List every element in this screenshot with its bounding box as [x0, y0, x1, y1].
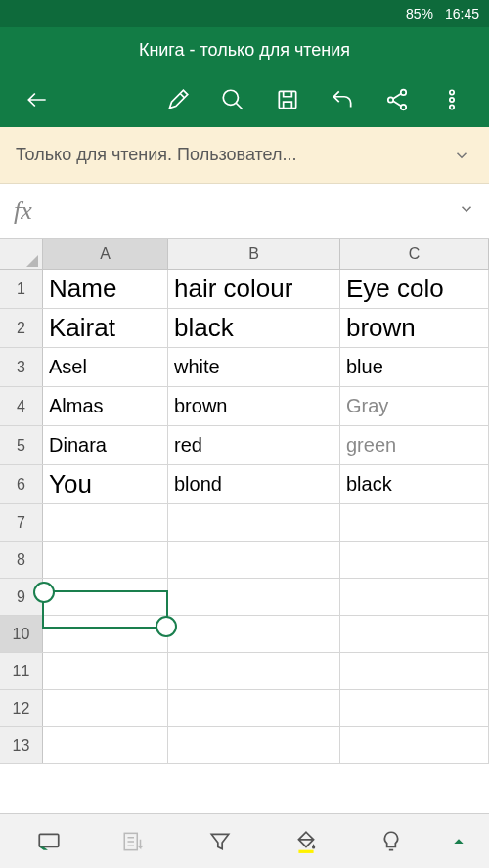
cell[interactable] — [340, 504, 489, 541]
cell[interactable] — [340, 727, 489, 763]
cell[interactable] — [43, 504, 168, 541]
edit-button[interactable] — [155, 76, 201, 123]
cell[interactable] — [168, 542, 340, 578]
cell[interactable] — [43, 690, 168, 726]
formula-bar[interactable]: fx — [0, 184, 489, 239]
table-row: 7 — [0, 504, 489, 542]
cell[interactable] — [340, 653, 489, 689]
row-header[interactable]: 2 — [0, 309, 43, 347]
spreadsheet[interactable]: A B C 1Namehair colourEye colo2Kairatbla… — [0, 239, 489, 764]
row-header[interactable]: 10 — [0, 616, 43, 652]
table-row: 4AlmasbrownGray — [0, 387, 489, 426]
cell[interactable]: Almas — [43, 387, 168, 425]
formula-expand-icon[interactable] — [458, 200, 475, 222]
col-header-b[interactable]: B — [168, 239, 340, 269]
cell[interactable] — [340, 579, 489, 615]
cell[interactable]: green — [340, 426, 489, 464]
share-button[interactable] — [374, 76, 421, 123]
cell[interactable] — [168, 727, 340, 763]
table-row: 8 — [0, 542, 489, 579]
cell[interactable]: hair colour — [168, 270, 340, 308]
cell[interactable]: Gray — [340, 387, 489, 425]
cell[interactable]: blond — [168, 465, 340, 503]
fill-color-button[interactable] — [263, 818, 349, 865]
back-button[interactable] — [14, 76, 61, 123]
table-row: 11 — [0, 653, 489, 690]
filter-button[interactable] — [177, 818, 263, 865]
cell[interactable]: black — [340, 465, 489, 503]
title-bar: Книга - только для чтения — [0, 27, 489, 72]
document-title: Книга - только для чтения — [139, 40, 350, 61]
row-header[interactable]: 13 — [0, 727, 43, 763]
row-header[interactable]: 3 — [0, 348, 43, 386]
cell[interactable]: Asel — [43, 348, 168, 386]
sheet-tabs-button[interactable] — [6, 818, 92, 865]
table-row: 1Namehair colourEye colo — [0, 270, 489, 309]
cell[interactable]: brown — [168, 387, 340, 425]
svg-point-2 — [223, 90, 238, 105]
cell[interactable] — [168, 653, 340, 689]
search-button[interactable] — [209, 76, 256, 123]
cell[interactable] — [43, 579, 168, 615]
ideas-button[interactable] — [348, 818, 434, 865]
cell[interactable] — [43, 653, 168, 689]
selection-handle-tl[interactable] — [33, 582, 55, 603]
cell[interactable] — [340, 690, 489, 726]
fx-label: fx — [14, 196, 32, 226]
cell[interactable]: red — [168, 426, 340, 464]
row-header[interactable]: 7 — [0, 504, 43, 541]
table-row: 3Aselwhiteblue — [0, 348, 489, 387]
row-header[interactable]: 1 — [0, 270, 43, 308]
svg-rect-10 — [39, 834, 59, 846]
row-header[interactable]: 8 — [0, 542, 43, 578]
more-button[interactable] — [428, 76, 475, 123]
row-header[interactable]: 4 — [0, 387, 43, 425]
row-header[interactable]: 12 — [0, 690, 43, 726]
cell[interactable] — [168, 579, 340, 615]
cell[interactable]: blue — [340, 348, 489, 386]
clock: 16:45 — [445, 6, 479, 22]
cell[interactable] — [43, 542, 168, 578]
select-all-corner[interactable] — [0, 239, 43, 269]
undo-button[interactable] — [319, 76, 366, 123]
cell[interactable] — [168, 504, 340, 541]
selection-handle-br[interactable] — [156, 616, 177, 637]
readonly-banner[interactable]: Только для чтения. Пользовател... — [0, 127, 489, 184]
svg-point-7 — [450, 90, 454, 94]
row-header[interactable]: 5 — [0, 426, 43, 464]
column-headers: A B C — [0, 239, 489, 270]
cell[interactable] — [43, 727, 168, 763]
cell[interactable]: You — [43, 465, 168, 503]
save-button[interactable] — [264, 76, 311, 123]
bottom-toolbar — [0, 813, 489, 868]
table-row: 12 — [0, 690, 489, 727]
sort-button — [92, 818, 178, 865]
cell[interactable] — [43, 616, 168, 652]
table-row: 2Kairatblackbrown — [0, 309, 489, 348]
cell[interactable]: brown — [340, 309, 489, 347]
cell[interactable]: Dinara — [43, 426, 168, 464]
android-status-bar: 85% 16:45 — [0, 0, 489, 27]
cell[interactable]: Kairat — [43, 309, 168, 347]
cell[interactable] — [168, 690, 340, 726]
table-row: 10 — [0, 616, 489, 653]
svg-point-8 — [450, 98, 454, 102]
col-header-c[interactable]: C — [340, 239, 489, 269]
cell[interactable] — [168, 616, 340, 652]
battery-pct: 85% — [406, 6, 433, 22]
row-header[interactable]: 11 — [0, 653, 43, 689]
table-row: 5Dinararedgreen — [0, 426, 489, 465]
svg-point-9 — [450, 105, 454, 108]
col-header-a[interactable]: A — [43, 239, 168, 269]
svg-rect-12 — [298, 849, 313, 852]
cell[interactable]: white — [168, 348, 340, 386]
cell[interactable]: Eye colo — [340, 270, 489, 308]
keyboard-up-button[interactable] — [434, 834, 483, 849]
row-header[interactable]: 6 — [0, 465, 43, 503]
cell[interactable]: black — [168, 309, 340, 347]
cell[interactable] — [340, 616, 489, 652]
chevron-down-icon — [450, 147, 473, 164]
table-row: 13 — [0, 727, 489, 764]
cell[interactable] — [340, 542, 489, 578]
cell[interactable]: Name — [43, 270, 168, 308]
